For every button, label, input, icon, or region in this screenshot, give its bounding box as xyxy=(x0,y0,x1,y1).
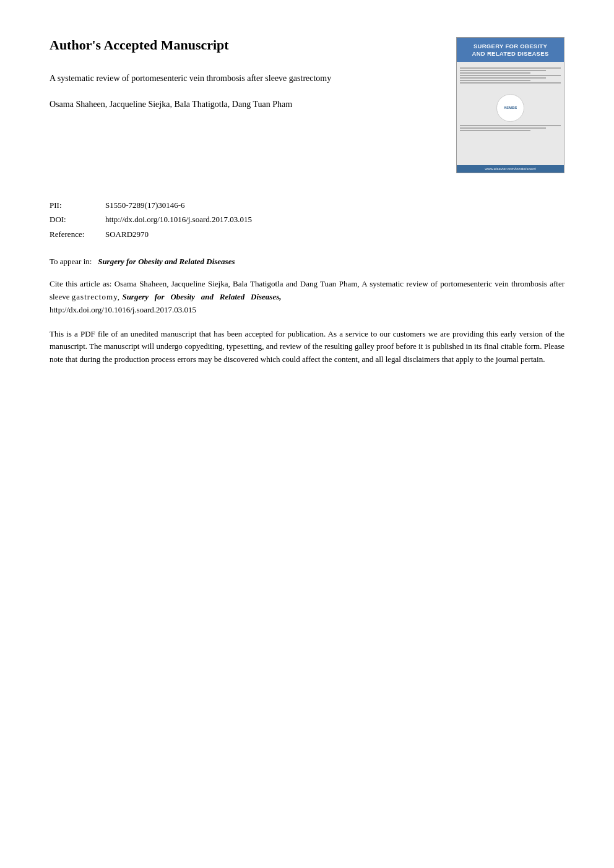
doi-label: DOI: xyxy=(50,212,105,226)
journal-title-line2: AND RELATED DISEASES xyxy=(463,50,558,58)
article-title: A systematic review of portomesenteric v… xyxy=(50,72,438,85)
pii-value: S1550-7289(17)30146-6 xyxy=(105,198,564,212)
doi-row: DOI: http://dx.doi.org/10.1016/j.soard.2… xyxy=(50,212,564,226)
cite-doi: http://dx.doi.org/10.1016/j.soard.2017.0… xyxy=(50,305,196,314)
asmbs-text: ASMBS xyxy=(504,106,517,110)
journal-title-line1: SURGERY FOR OBESITY xyxy=(463,43,558,50)
journal-body-lines xyxy=(460,67,561,85)
metadata-section: PII: S1550-7289(17)30146-6 DOI: http://d… xyxy=(50,198,564,241)
journal-line-1 xyxy=(460,67,561,69)
metadata-table: PII: S1550-7289(17)30146-6 DOI: http://d… xyxy=(50,198,564,241)
journal-footer-line-2 xyxy=(460,127,546,129)
journal-line-3 xyxy=(460,72,530,74)
journal-footer-line-1 xyxy=(460,125,561,126)
journal-footer-line-3 xyxy=(460,130,530,131)
appear-in-section: To appear in: Surgery for Obesity and Re… xyxy=(50,257,564,267)
asmbs-logo: ASMBS xyxy=(496,94,524,122)
pii-label: PII: xyxy=(50,198,105,212)
header-section: Author's Accepted Manuscript A systemati… xyxy=(50,37,564,173)
authors-text: Osama Shaheen, Jacqueline Siejka, Bala T… xyxy=(50,98,438,111)
journal-cover-body: ASMBS xyxy=(457,62,564,165)
page-title: Author's Accepted Manuscript xyxy=(50,37,438,53)
doi-value: http://dx.doi.org/10.1016/j.soard.2017.0… xyxy=(105,212,564,226)
journal-line-7 xyxy=(460,82,561,84)
journal-line-4 xyxy=(460,75,561,76)
journal-line-2 xyxy=(460,70,546,71)
cite-prefix: Cite this article as: Osama Shaheen, Jac… xyxy=(50,279,564,301)
appear-journal: Surgery for Obesity and Related Diseases xyxy=(98,257,235,266)
cite-spaced-gastrectomy: gastrectomy, xyxy=(72,292,120,301)
journal-footer-lines xyxy=(460,125,561,132)
journal-logo-area: ASMBS xyxy=(460,94,561,122)
pii-row: PII: S1550-7289(17)30146-6 xyxy=(50,198,564,212)
document-page: Author's Accepted Manuscript A systemati… xyxy=(0,0,614,868)
header-left: Author's Accepted Manuscript A systemati… xyxy=(50,37,456,112)
disclaimer-text: This is a PDF file of an unedited manusc… xyxy=(50,329,564,364)
journal-cover-image: SURGERY FOR OBESITY AND RELATED DISEASES… xyxy=(456,37,564,173)
reference-row: Reference: SOARD2970 xyxy=(50,227,564,241)
cite-section: Cite this article as: Osama Shaheen, Jac… xyxy=(50,278,564,316)
reference-label: Reference: xyxy=(50,227,105,241)
journal-cover-bottom: www.elsevier.com/locate/soard xyxy=(457,165,564,173)
appear-label: To appear in: xyxy=(50,257,92,266)
disclaimer-section: This is a PDF file of an unedited manusc… xyxy=(50,328,564,366)
journal-cover-header: SURGERY FOR OBESITY AND RELATED DISEASES xyxy=(457,38,564,62)
cite-journal-italic: Surgery for Obesity and Related Diseases… xyxy=(122,292,281,301)
journal-line-6 xyxy=(460,80,530,81)
reference-value: SOARD2970 xyxy=(105,227,564,241)
journal-line-5 xyxy=(460,77,546,79)
journal-url: www.elsevier.com/locate/soard xyxy=(460,167,561,171)
